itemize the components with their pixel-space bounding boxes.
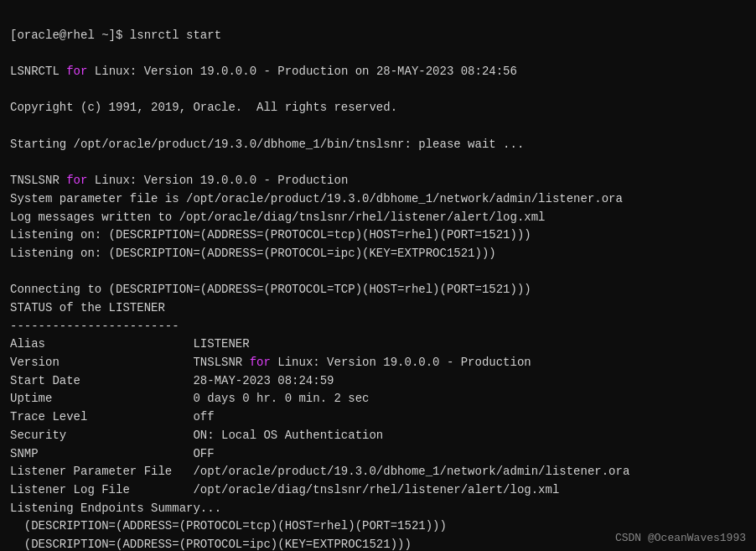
terminal-text: ------------------------ <box>10 320 179 333</box>
terminal-text: Linux: Version 19.0.0.0 - Production <box>271 356 531 369</box>
terminal-line: LSNRCTL for Linux: Version 19.0.0.0 - Pr… <box>10 63 746 81</box>
terminal-line: TNSLSNR for Linux: Version 19.0.0.0 - Pr… <box>10 172 746 190</box>
terminal-line: Listener Parameter File /opt/oracle/prod… <box>10 463 746 481</box>
terminal-text: Version TNSLSNR <box>10 356 250 369</box>
terminal-line: SNMP OFF <box>10 445 746 464</box>
terminal-line: Alias LISTENER <box>10 335 746 354</box>
terminal-line: Listening Endpoints Summary... <box>10 500 746 518</box>
terminal-window: [oracle@rhel ~]$ lsnrctl start LSNRCTL f… <box>0 0 756 551</box>
terminal-text: Listener Parameter File /opt/oracle/prod… <box>10 465 629 478</box>
terminal-line <box>10 263 746 282</box>
terminal-text: Linux: Version 19.0.0.0 - Production on … <box>87 65 516 78</box>
terminal-text: TNSLSNR <box>10 174 66 187</box>
terminal-line: System parameter file is /opt/oracle/pro… <box>10 190 746 209</box>
terminal-text: Start Date 28-MAY-2023 08:24:59 <box>10 374 334 387</box>
terminal-text: Starting /opt/oracle/product/19.3.0/dbho… <box>10 138 524 151</box>
terminal-text: Connecting to (DESCRIPTION=(ADDRESS=(PRO… <box>10 283 531 296</box>
terminal-line <box>10 81 746 100</box>
terminal-line: Version TNSLSNR for Linux: Version 19.0.… <box>10 354 746 372</box>
terminal-text: Trace Level off <box>10 410 215 424</box>
terminal-text: Listening Endpoints Summary... <box>10 502 221 515</box>
terminal-line: STATUS of the LISTENER <box>10 299 746 318</box>
terminal-text: Copyright (c) 1991, 2019, Oracle. All ri… <box>10 101 397 114</box>
terminal-text: Security ON: Local OS Authentication <box>10 429 383 442</box>
terminal-line: ------------------------ <box>10 318 746 336</box>
terminal-text: [oracle@rhel ~]$ lsnrctl start <box>10 29 221 42</box>
terminal-text: (DESCRIPTION=(ADDRESS=(PROTOCOL=tcp)(HOS… <box>10 519 447 533</box>
terminal-line <box>10 154 746 173</box>
terminal-text: Uptime 0 days 0 hr. 0 min. 2 sec <box>10 392 369 405</box>
terminal-line: Copyright (c) 1991, 2019, Oracle. All ri… <box>10 99 746 117</box>
terminal-line: [oracle@rhel ~]$ lsnrctl start <box>10 27 746 45</box>
terminal-line: Listening on: (DESCRIPTION=(ADDRESS=(PRO… <box>10 226 746 245</box>
terminal-text: for <box>66 65 87 78</box>
terminal-text: for <box>66 174 87 187</box>
terminal-text: Listening on: (DESCRIPTION=(ADDRESS=(PRO… <box>10 228 531 242</box>
terminal-text: LSNRCTL <box>10 65 66 78</box>
terminal-line: Listening on: (DESCRIPTION=(ADDRESS=(PRO… <box>10 245 746 263</box>
terminal-line <box>10 44 746 63</box>
terminal-line: Log messages written to /opt/oracle/diag… <box>10 209 746 227</box>
terminal-text: (DESCRIPTION=(ADDRESS=(PROTOCOL=ipc)(KEY… <box>10 538 412 551</box>
watermark: CSDN @OceanWaves1993 <box>615 532 746 544</box>
terminal-line: Uptime 0 days 0 hr. 0 min. 2 sec <box>10 390 746 408</box>
terminal-line <box>10 117 746 136</box>
terminal-text: Alias LISTENER <box>10 337 250 351</box>
terminal-text: System parameter file is /opt/oracle/pro… <box>10 192 623 205</box>
terminal-text: STATUS of the LISTENER <box>10 301 165 314</box>
terminal-line: Trace Level off <box>10 408 746 427</box>
terminal-text: Listener Log File /opt/oracle/diag/tnsls… <box>10 483 559 496</box>
terminal-line: Start Date 28-MAY-2023 08:24:59 <box>10 372 746 391</box>
terminal-text: SNMP OFF <box>10 447 215 460</box>
terminal-text: Linux: Version 19.0.0.0 - Production <box>87 174 348 187</box>
terminal-line: Security ON: Local OS Authentication <box>10 427 746 445</box>
terminal-text: for <box>250 356 271 369</box>
terminal-text: Log messages written to /opt/oracle/diag… <box>10 211 546 224</box>
terminal-line: Starting /opt/oracle/product/19.3.0/dbho… <box>10 136 746 154</box>
terminal-line: Listener Log File /opt/oracle/diag/tnsls… <box>10 481 746 500</box>
terminal-line: Connecting to (DESCRIPTION=(ADDRESS=(PRO… <box>10 281 746 299</box>
terminal-text: Listening on: (DESCRIPTION=(ADDRESS=(PRO… <box>10 247 496 260</box>
